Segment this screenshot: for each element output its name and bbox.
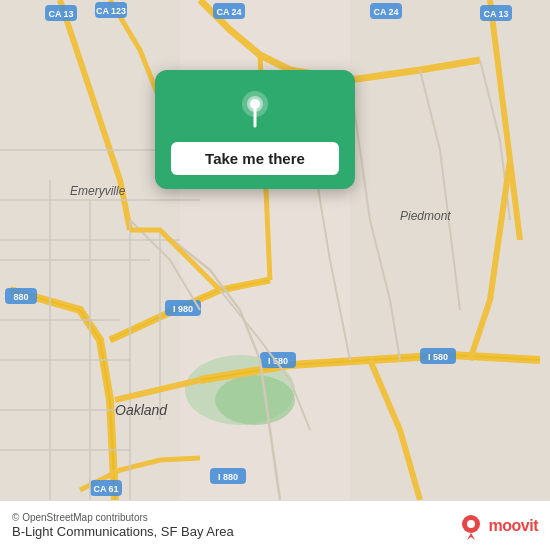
take-me-there-button[interactable]: Take me there — [171, 142, 339, 175]
svg-text:CA 123: CA 123 — [96, 6, 126, 16]
svg-text:CA 13: CA 13 — [483, 9, 508, 19]
map-container: 880 I 980 I 580 I 580 CA 13 CA 13 CA 123… — [0, 0, 550, 500]
svg-text:Piedmont: Piedmont — [400, 209, 451, 223]
svg-text:I 580: I 580 — [428, 352, 448, 362]
svg-text:Emeryville: Emeryville — [70, 184, 126, 198]
location-pin-icon — [233, 88, 277, 132]
popup-card: Take me there — [155, 70, 355, 189]
svg-text:CA 61: CA 61 — [93, 484, 118, 494]
moovit-pin-icon — [457, 512, 485, 540]
svg-point-2 — [215, 375, 295, 425]
moovit-label: moovit — [489, 517, 538, 535]
svg-text:CA 24: CA 24 — [216, 7, 241, 17]
map-attribution: © OpenStreetMap contributors — [12, 512, 234, 523]
svg-point-46 — [467, 520, 475, 528]
svg-text:CA 24: CA 24 — [373, 7, 398, 17]
location-title: B-Light Communications, SF Bay Area — [12, 524, 234, 539]
svg-text:880: 880 — [13, 292, 28, 302]
svg-text:CA 13: CA 13 — [48, 9, 73, 19]
moovit-logo: moovit — [457, 512, 538, 540]
svg-text:I 980: I 980 — [173, 304, 193, 314]
svg-text:Oakland: Oakland — [115, 402, 168, 418]
svg-text:I 880: I 880 — [218, 472, 238, 482]
bottom-bar: © OpenStreetMap contributors B-Light Com… — [0, 500, 550, 550]
